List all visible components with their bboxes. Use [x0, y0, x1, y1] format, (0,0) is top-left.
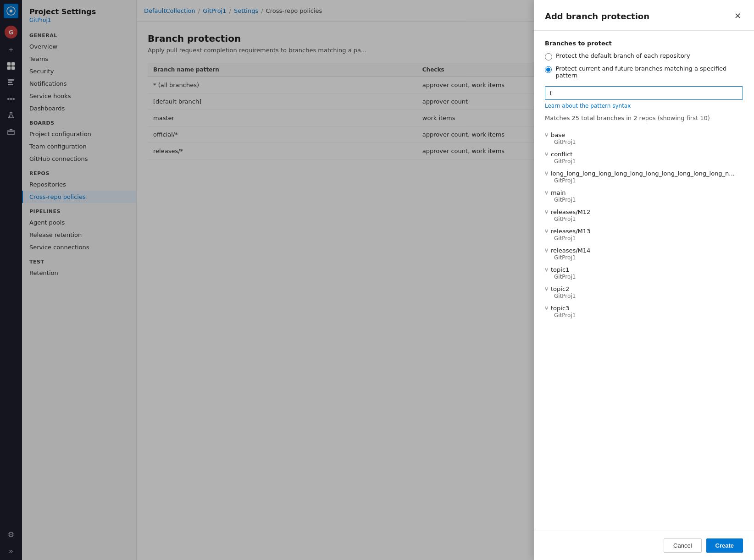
cancel-button[interactable]: Cancel [664, 538, 701, 553]
branch-repo: GitProj1 [545, 139, 743, 145]
list-item[interactable]: ⑂ long_long_long_long_long_long_long_lon… [545, 167, 743, 187]
branch-name: long_long_long_long_long_long_long_long_… [551, 170, 735, 177]
branch-name-row: ⑂ conflict [545, 151, 743, 158]
radio-default-label: Protect the default branch of each repos… [556, 52, 690, 59]
branch-icon: ⑂ [545, 267, 548, 273]
branch-repo: GitProj1 [545, 254, 743, 261]
branch-repo: GitProj1 [545, 216, 743, 222]
match-info: Matches 25 total branches in 2 repos (sh… [545, 115, 743, 121]
branch-list: ⑂ base GitProj1 ⑂ conflict GitProj1 ⑂ lo… [545, 129, 743, 321]
branch-repo: GitProj1 [545, 293, 743, 299]
branch-name: base [551, 132, 565, 138]
list-item[interactable]: ⑂ topic2 GitProj1 [545, 283, 743, 302]
branch-name-row: ⑂ releases/M13 [545, 228, 743, 235]
modal-title: Add branch protection [545, 11, 649, 21]
radio-option-default[interactable]: Protect the default branch of each repos… [545, 52, 743, 60]
list-item[interactable]: ⑂ topic3 GitProj1 [545, 302, 743, 321]
radio-default-branch[interactable] [545, 53, 552, 60]
branch-name: topic2 [551, 285, 569, 292]
branch-name-row: ⑂ topic1 [545, 266, 743, 273]
branch-name-row: ⑂ releases/M14 [545, 247, 743, 254]
branch-repo: GitProj1 [545, 312, 743, 318]
branch-name-row: ⑂ topic2 [545, 285, 743, 292]
list-item[interactable]: ⑂ base GitProj1 [545, 129, 743, 148]
modal-header: Add branch protection ✕ [534, 0, 754, 31]
list-item[interactable]: ⑂ main GitProj1 [545, 187, 743, 206]
branch-icon: ⑂ [545, 190, 548, 196]
branch-name: releases/M14 [551, 247, 590, 254]
branch-icon: ⑂ [545, 209, 548, 215]
branch-name: releases/M12 [551, 209, 590, 215]
branch-icon: ⑂ [545, 305, 548, 312]
branch-icon: ⑂ [545, 286, 548, 292]
branch-repo: GitProj1 [545, 177, 743, 184]
branch-repo: GitProj1 [545, 158, 743, 165]
list-item[interactable]: ⑂ conflict GitProj1 [545, 148, 743, 167]
branch-name: topic3 [551, 305, 569, 312]
branch-name: main [551, 189, 566, 196]
radio-pattern-label: Protect current and future branches matc… [555, 65, 743, 79]
list-item[interactable]: ⑂ releases/M13 GitProj1 [545, 225, 743, 244]
radio-option-pattern[interactable]: Protect current and future branches matc… [545, 65, 743, 79]
branch-name-row: ⑂ releases/M12 [545, 209, 743, 215]
radio-pattern[interactable] [545, 66, 552, 73]
branch-icon: ⑂ [545, 132, 548, 138]
branch-icon: ⑂ [545, 247, 548, 254]
branches-to-protect-label: Branches to protect [545, 40, 743, 47]
branch-repo: GitProj1 [545, 197, 743, 203]
modal-footer: Cancel Create [534, 531, 754, 560]
radio-group: Protect the default branch of each repos… [545, 52, 743, 79]
list-item[interactable]: ⑂ topic1 GitProj1 [545, 264, 743, 283]
branch-icon: ⑂ [545, 228, 548, 235]
modal-panel: Add branch protection ✕ Branches to prot… [534, 0, 754, 560]
branch-name-row: ⑂ base [545, 132, 743, 138]
pattern-input[interactable] [545, 86, 743, 100]
branch-name-row: ⑂ main [545, 189, 743, 196]
branch-name: releases/M13 [551, 228, 590, 235]
branch-repo: GitProj1 [545, 274, 743, 280]
list-item[interactable]: ⑂ releases/M12 GitProj1 [545, 206, 743, 225]
branch-name-row: ⑂ long_long_long_long_long_long_long_lon… [545, 170, 743, 177]
branch-name: conflict [551, 151, 572, 158]
learn-link[interactable]: Learn about the pattern syntax [545, 103, 743, 109]
branch-icon: ⑂ [545, 170, 548, 177]
branch-name: topic1 [551, 266, 569, 273]
create-button[interactable]: Create [706, 538, 743, 553]
branch-icon: ⑂ [545, 151, 548, 158]
modal-body: Branches to protect Protect the default … [534, 31, 754, 531]
branch-name-row: ⑂ topic3 [545, 305, 743, 312]
branch-repo: GitProj1 [545, 235, 743, 242]
modal-close-button[interactable]: ✕ [732, 9, 743, 23]
list-item[interactable]: ⑂ releases/M14 GitProj1 [545, 244, 743, 264]
